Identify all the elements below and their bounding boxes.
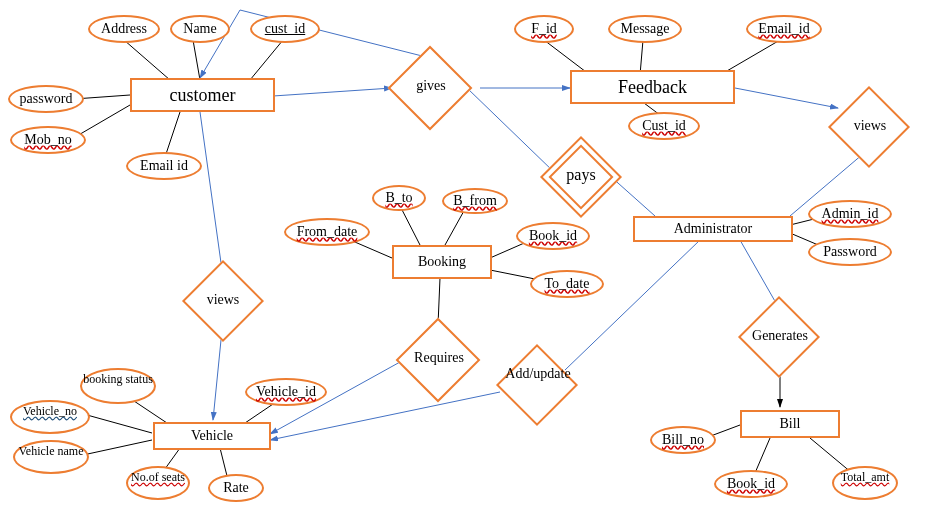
- label-fb-cust-id: Cust_id: [642, 118, 686, 133]
- attr-admin-password: Password: [808, 238, 892, 266]
- attr-bill-no: Bill_no: [650, 426, 716, 454]
- svg-line-12: [200, 112, 222, 270]
- attr-booking-from-date: From_date: [284, 218, 370, 246]
- attr-booking-book-id: Book_id: [516, 222, 590, 250]
- svg-line-29: [565, 240, 700, 370]
- svg-line-13: [213, 330, 222, 420]
- label-email-id: Email_id: [758, 21, 809, 36]
- svg-line-35: [83, 440, 152, 455]
- entity-feedback: Feedback: [570, 70, 735, 104]
- entity-customer: customer: [130, 78, 275, 112]
- label-from-date: From_date: [297, 224, 358, 239]
- svg-line-0: [124, 40, 170, 80]
- rel-requires-shape: [396, 318, 481, 403]
- attr-admin-id: Admin_id: [808, 200, 892, 228]
- svg-line-1: [193, 40, 200, 80]
- attr-feedback-email-id: Email_id: [746, 15, 822, 43]
- attr-customer-email-id: Email id: [126, 152, 202, 180]
- attr-customer-password: password: [8, 85, 84, 113]
- rel-generates-shape: [738, 296, 820, 378]
- attr-customer-mob-no: Mob_no: [10, 126, 86, 154]
- rel-views-feedback-shape: [828, 86, 910, 168]
- entity-booking: Booking: [392, 245, 492, 279]
- attr-vehicle-no: Vehicle_no: [10, 400, 90, 434]
- attr-customer-address: Address: [88, 15, 160, 43]
- attr-customer-cust-id: cust_id: [250, 15, 320, 43]
- attr-vehicle-id: Vehicle_id: [245, 378, 327, 406]
- label-mob-no: Mob_no: [24, 132, 71, 147]
- attr-booking-b-to: B_to: [372, 185, 426, 211]
- label-bill-book-id: Book_id: [727, 476, 775, 491]
- entity-administrator: Administrator: [633, 216, 793, 242]
- entity-vehicle: Vehicle: [153, 422, 271, 450]
- label-b-to: B_to: [385, 190, 412, 205]
- entity-bill: Bill: [740, 410, 840, 438]
- attr-vehicle-name: Vehicle name: [13, 440, 89, 474]
- label-to-date: To_date: [545, 276, 590, 291]
- attr-booking-b-from: B_from: [442, 188, 508, 214]
- attr-booking-to-date: To_date: [530, 270, 604, 298]
- rel-pays-inner: [548, 144, 613, 209]
- label-booking-status: booking status: [83, 372, 153, 386]
- attr-feedback-cust-id: Cust_id: [628, 112, 700, 140]
- attr-bill-total-amt: Total_amt: [832, 466, 898, 500]
- label-vehicle-id: Vehicle_id: [256, 384, 316, 399]
- svg-line-14: [735, 88, 838, 108]
- rel-add-update-shape: [496, 344, 578, 426]
- label-f-id: F_id: [531, 21, 557, 36]
- attr-customer-name: Name: [170, 15, 230, 43]
- label-admin-id: Admin_id: [822, 206, 879, 221]
- attr-vehicle-booking-status: booking status: [80, 368, 156, 404]
- label-book-id: Book_id: [529, 228, 577, 243]
- label-no-seats: No.of seats: [131, 470, 185, 484]
- attr-feedback-f-id: F_id: [514, 15, 574, 43]
- svg-line-34: [87, 415, 152, 433]
- rel-views-vehicle-shape: [182, 260, 264, 342]
- label-bill-no: Bill_no: [662, 432, 704, 447]
- attr-vehicle-rate: Rate: [208, 474, 264, 502]
- label-vehicle-no: Vehicle_no: [23, 404, 77, 418]
- label-total-amt: Total_amt: [841, 470, 889, 484]
- attr-bill-book-id: Book_id: [714, 470, 788, 498]
- label-cust-id: cust_id: [265, 21, 305, 36]
- rel-gives-shape: [388, 46, 473, 131]
- svg-line-10: [273, 88, 392, 96]
- label-b-from: B_from: [453, 193, 497, 208]
- svg-line-2: [250, 40, 283, 80]
- attr-vehicle-seats: No.of seats: [126, 466, 190, 500]
- attr-feedback-message: Message: [608, 15, 682, 43]
